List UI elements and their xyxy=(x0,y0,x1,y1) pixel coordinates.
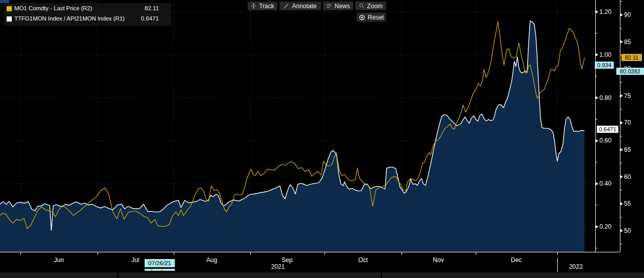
ratio-series-label: TTFG1MON Index / API21MON Index (R1) xyxy=(14,15,125,22)
svg-text:50: 50 xyxy=(624,227,631,234)
svg-text:Aug: Aug xyxy=(206,256,217,264)
tracked-strip-tick xyxy=(151,269,152,271)
reset-label: Reset xyxy=(368,14,384,21)
annotate-label: Annotate xyxy=(292,3,316,10)
track-label: Track xyxy=(259,3,274,10)
axis-price-tag: 80.0382 xyxy=(616,68,644,75)
news-label: News xyxy=(334,3,350,10)
svg-text:65: 65 xyxy=(624,146,631,153)
svg-text:70: 70 xyxy=(624,119,631,126)
tracked-date-label[interactable]: 07/26/21 xyxy=(145,259,175,267)
reset-icon xyxy=(359,14,365,21)
svg-text:2021: 2021 xyxy=(271,263,285,270)
svg-text:1.00: 1.00 xyxy=(599,51,612,58)
svg-text:Jul: Jul xyxy=(131,256,139,264)
mo1-series-label: MO1 Comdty - Last Price (R2) xyxy=(14,5,92,11)
axis-price-tag: 0.6471 xyxy=(597,126,618,133)
news-button[interactable]: News xyxy=(323,2,353,10)
ratio-area-fill xyxy=(0,21,585,252)
svg-text:Dec: Dec xyxy=(511,256,521,264)
svg-text:90: 90 xyxy=(624,11,631,18)
axis-price-tag: 0.934 xyxy=(595,62,614,69)
svg-text:0.20: 0.20 xyxy=(599,223,612,230)
track-button[interactable]: Track xyxy=(248,2,277,10)
svg-text:55: 55 xyxy=(624,200,631,207)
svg-text:85: 85 xyxy=(624,38,631,46)
mo1-series-swatch xyxy=(7,6,12,11)
svg-text:Oct: Oct xyxy=(358,256,368,264)
mo1-series-value: 82.11 xyxy=(145,5,159,11)
panel-corner-accent xyxy=(0,0,9,3)
svg-text:60: 60 xyxy=(624,173,631,181)
svg-text:Sep: Sep xyxy=(281,256,293,264)
svg-text:2022: 2022 xyxy=(569,263,583,270)
axis-price-tag: 82.11 xyxy=(621,54,642,61)
legend-row-mo1[interactable]: MO1 Comdty - Last Price (R2) 82.11 xyxy=(4,5,171,13)
svg-text:0.40: 0.40 xyxy=(599,180,612,187)
bottom-status-strip xyxy=(0,272,644,278)
svg-text:0.80: 0.80 xyxy=(599,94,612,102)
svg-text:75: 75 xyxy=(624,92,631,100)
strip-divider xyxy=(117,272,118,278)
legend-row-ratio[interactable]: TTFG1MON Index / API21MON Index (R1) 0.6… xyxy=(4,15,171,24)
chart-canvas[interactable]: 1.201.000.800.600.400.209085807570656055… xyxy=(0,0,644,272)
ratio-series-value: 0.6471 xyxy=(141,15,159,22)
track-icon xyxy=(251,3,256,9)
zoom-label: Zoom xyxy=(367,3,383,10)
news-lines-icon xyxy=(326,3,332,9)
bloomberg-chart-panel: 1.201.000.800.600.400.209085807570656055… xyxy=(0,0,644,278)
strip-divider xyxy=(381,272,382,278)
chart-legend[interactable]: MO1 Comdty - Last Price (R2) 82.11 TTFG1… xyxy=(4,3,171,26)
svg-text:1.20: 1.20 xyxy=(599,8,612,15)
tracked-strip-tick xyxy=(161,269,162,271)
svg-text:Jun: Jun xyxy=(54,256,64,264)
tracked-range-strip[interactable] xyxy=(145,269,175,271)
zoom-magnifier-icon xyxy=(359,3,365,9)
reset-button[interactable]: Reset xyxy=(357,13,386,22)
ratio-series-swatch xyxy=(7,16,12,22)
chart-toolbar: Track Annotate News Zoom xyxy=(248,2,386,10)
annotate-button[interactable]: Annotate xyxy=(279,2,321,10)
annotate-pencil-icon xyxy=(284,3,289,9)
zoom-button[interactable]: Zoom xyxy=(355,2,386,10)
svg-text:0.60: 0.60 xyxy=(599,137,612,144)
svg-text:Nov: Nov xyxy=(433,256,444,264)
